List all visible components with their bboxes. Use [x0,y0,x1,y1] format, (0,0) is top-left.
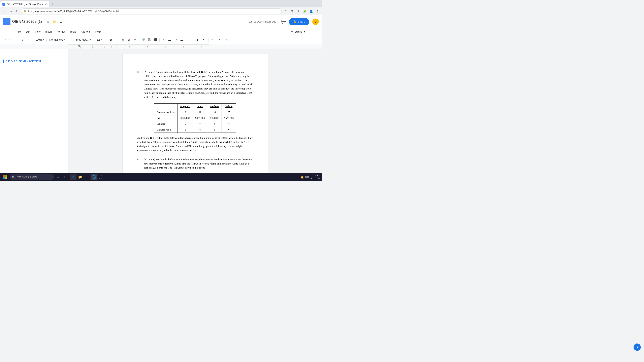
style-dropdown-arrow: ▾ [64,39,64,41]
table-header-stow: Stow [193,103,207,109]
font-size-select[interactable]: 12 ▾ [96,37,106,43]
menu-help[interactable]: Help [94,29,103,34]
taskbar-apps: e 📁 ✉ 🌐 🎵 [70,174,104,180]
print-button[interactable]: 🖨 [14,37,19,43]
line-spacing-button[interactable]: ↕ [187,37,193,43]
indent-more-button[interactable]: ⇥ [216,37,222,43]
menu-bar: File Edit View Insert Format Tools Add-o… [0,28,322,35]
back-button[interactable]: ← [2,8,7,14]
profile-button[interactable]: 👤 [308,8,314,14]
taskbar-chrome[interactable]: 🌐 [90,174,97,180]
user-avatar[interactable]: U [312,18,319,25]
taskbar-edge[interactable]: e [70,174,76,180]
forward-button[interactable]: → [8,8,14,14]
problem-4-number: 4. [137,157,142,170]
comments-button[interactable]: 💬 [280,18,286,25]
cloud-save-button[interactable]: ☁ [58,19,64,24]
share-button[interactable]: 🔒 Share [289,18,309,25]
extensions-button[interactable]: 🧩 [302,8,308,14]
tab-close-button[interactable]: ✕ [44,2,47,6]
svg-text:2: 2 [111,46,112,48]
downloads-button[interactable]: ⬇ [296,8,301,14]
menu-edit[interactable]: Edit [24,29,32,34]
indent-less-button[interactable]: ⇤ [210,37,215,43]
taskbar-notification-icon[interactable]: 🔔 [301,176,304,179]
menu-tools[interactable]: Tools [68,29,78,34]
undo-button[interactable]: ↩ [2,37,7,43]
toolbar-separator-4 [94,38,94,42]
taskbar-keyboard-icon[interactable]: ⌨ [305,176,309,179]
problem-3-text: (20 points) Andrea is house hunting with… [144,70,253,99]
address-text: docs.google.com/document/d/14F6_RuEEpj4j… [28,10,118,12]
table-row: Commute (miles): 6 12 18 25 [154,109,236,115]
new-tab-button[interactable]: + [49,1,55,7]
taskbar-clock[interactable]: 3:49 PM 6/11/2020 [310,174,320,180]
cortana-button[interactable]: ○ [55,174,61,180]
toolbar-separator-8 [186,38,186,42]
image-button[interactable]: ⬛ [152,37,158,43]
taskbar-mail[interactable]: ✉ [84,174,90,180]
taskbar-system-icons: 🔔 ⌨ [301,176,309,179]
last-edit-text: Last edit was 4 hours ago [248,20,276,23]
taskbar-search[interactable]: 🔍 Type here to search [10,174,54,180]
toolbar-separator-3 [71,38,72,42]
editing-mode-button[interactable]: ✏ Editing ▾ [288,29,308,34]
clear-format-button[interactable]: ✕ [224,37,230,43]
align-right-button[interactable]: ⇥ [173,37,178,43]
align-center-button[interactable]: ▬ [167,37,172,43]
star-button[interactable]: ☆ [282,8,288,14]
link-button[interactable]: 🔗 [140,37,146,43]
svg-text:4: 4 [147,46,148,48]
taskbar-time-text: 3:49 PM [310,174,320,177]
active-tab[interactable]: OIE 542 2020a (1) - Google Docs ✕ [0,1,49,7]
more-button[interactable]: ⋮ [315,8,320,14]
numbered-list-button[interactable]: 1≡ [196,37,201,43]
menu-format[interactable]: Format [55,29,67,34]
underline-button[interactable]: U [120,37,126,43]
address-bar[interactable]: 🔒 docs.google.com/document/d/14F6_RuEEpj… [21,8,282,14]
taskbar-file-explorer[interactable]: 📁 [77,174,83,180]
menu-view[interactable]: View [33,29,42,34]
doc-title[interactable]: OIE 542 2020a (1) [12,19,42,24]
comment-button[interactable]: 💬 [146,37,152,43]
italic-button[interactable]: I [114,37,120,43]
font-select[interactable]: Times New... ▾ [73,37,93,43]
reload-button[interactable]: ↻ [14,8,20,14]
align-left-button[interactable]: ⇤ [161,37,166,43]
star-doc-button[interactable]: ☆ [45,19,51,24]
table-cell-schools-bolton: 7 [222,121,236,127]
menu-addons[interactable]: Add-ons [79,29,92,34]
paint-format-button[interactable]: ⬥ [20,37,25,43]
bullet-list-button[interactable]: •≡ [202,37,207,43]
spell-check-button[interactable]: ✓ [26,37,32,43]
ruler-inner: 1 2 3 4 5 6 7 [68,44,209,48]
svg-rect-20 [3,175,5,177]
task-view-button[interactable]: ⊟ [62,174,68,180]
zoom-select[interactable]: 100% ▾ [34,37,45,43]
sidebar-back-button[interactable]: ← [2,51,8,58]
table-header-maynard: Maynard [178,103,193,109]
problem-3-continuation: Andrea and Bill feel that $200,000 would… [137,136,253,153]
move-to-folder-button[interactable]: 📁 [52,19,57,24]
doc-area[interactable]: 3. (20 points) Andrea is house hunting w… [68,49,322,173]
text-color-button[interactable]: A [126,37,132,43]
svg-text:5: 5 [165,46,166,48]
redo-button[interactable]: ↪ [8,37,13,43]
menu-file[interactable]: File [14,29,23,34]
bold-button[interactable]: B [108,37,114,43]
highlight-button[interactable]: ✎ [132,37,138,43]
justify-button[interactable]: ▬ [179,37,184,43]
table-cell-chinese-label: Chinese Food: [154,127,178,132]
start-button[interactable] [2,173,9,181]
document-page[interactable]: 3. (20 points) Andrea is house hunting w… [123,54,268,173]
table-cell-schools-hudson: 4 [207,121,222,127]
sidebar-doc-item[interactable]: OIE 542 RISK MANAGEMENT ... [0,59,68,63]
taskbar-music-app[interactable]: 🎵 [98,174,104,180]
reader-button[interactable]: ⊡ [289,8,295,14]
menu-insert[interactable]: Insert [43,29,54,34]
table-cell-price-bolton: $525,000 [222,115,236,121]
style-select[interactable]: Normal text ▾ [48,37,70,43]
taskbar-search-text: Type here to search [16,176,38,178]
sidebar-doc-title[interactable]: OIE 542 RISK MANAGEMENT ... [6,60,44,63]
sidebar-active-indicator [3,59,4,63]
